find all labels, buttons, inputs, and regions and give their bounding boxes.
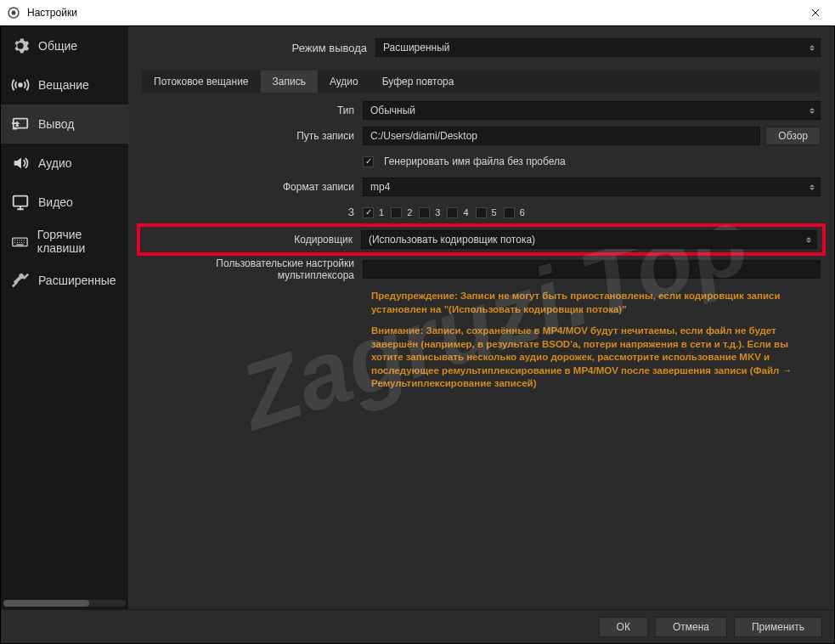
keyboard-icon <box>11 232 29 251</box>
chevron-updown-icon <box>806 41 818 54</box>
sidebar-item-output[interactable]: Вывод <box>1 105 128 144</box>
monitor-icon <box>11 193 30 212</box>
track-1-checkbox[interactable] <box>363 207 374 218</box>
sidebar-item-advanced[interactable]: Расширенные <box>1 261 128 300</box>
sidebar-item-label: Видео <box>38 195 73 209</box>
tools-icon <box>11 271 30 290</box>
close-icon <box>811 8 820 17</box>
tab-replay-buffer[interactable]: Буфер повтора <box>370 71 466 93</box>
sidebar-scrollbar[interactable] <box>3 600 126 607</box>
svg-point-1 <box>12 10 16 14</box>
sidebar-item-label: Вещание <box>38 78 89 92</box>
row-tracks: З 1 2 3 4 5 6 <box>142 201 821 223</box>
sidebar-item-hotkeys[interactable]: Горячие клавиши <box>1 222 128 261</box>
content: Общие Вещание Вывод Аудио <box>1 26 834 609</box>
output-mode-select[interactable]: Расширенный <box>375 38 821 57</box>
app-icon <box>7 6 20 20</box>
apply-button[interactable]: Применить <box>734 617 822 637</box>
sidebar-item-label: Аудио <box>38 156 72 170</box>
tab-streaming[interactable]: Потоковое вещание <box>142 71 261 93</box>
row-encoder: Кодировщик (Использовать кодировщик пото… <box>142 227 821 252</box>
svg-point-2 <box>19 83 22 87</box>
type-label: Тип <box>142 105 363 116</box>
mux-label: Пользовательские настройки мультиплексор… <box>142 257 363 281</box>
chevron-updown-icon <box>806 104 818 117</box>
sidebar-item-stream[interactable]: Вещание <box>1 65 128 105</box>
sidebar-item-audio[interactable]: Аудио <box>1 144 128 183</box>
speaker-icon <box>11 154 30 172</box>
sidebar-item-label: Горячие клавиши <box>37 228 128 255</box>
encoder-highlight: Кодировщик (Использовать кодировщик пото… <box>137 223 826 256</box>
track-4-checkbox[interactable] <box>447 207 458 218</box>
ok-button[interactable]: ОК <box>599 617 648 637</box>
titlebar: Настройки <box>0 0 835 25</box>
type-select[interactable]: Обычный <box>363 101 821 120</box>
tab-recording[interactable]: Запись <box>261 71 318 93</box>
output-icon <box>11 115 30 133</box>
track-3-checkbox[interactable] <box>419 207 430 218</box>
gear-icon <box>11 37 30 55</box>
row-format: Формат записи mp4 <box>142 176 821 198</box>
sidebar-item-label: Вывод <box>38 117 74 131</box>
generate-filename-checkbox[interactable] <box>363 156 374 167</box>
track-6-checkbox[interactable] <box>504 207 515 218</box>
tracks-label: З <box>142 206 363 218</box>
row-mux: Пользовательские настройки мультиплексор… <box>142 257 821 281</box>
cancel-button[interactable]: Отмена <box>655 617 727 637</box>
encoder-label: Кодировщик <box>145 234 361 246</box>
track-5-checkbox[interactable] <box>476 207 487 218</box>
svg-rect-4 <box>14 196 28 206</box>
chevron-updown-icon <box>803 233 815 246</box>
path-input[interactable]: C:/Users/diami/Desktop <box>363 127 760 145</box>
sidebar-item-general[interactable]: Общие <box>1 26 128 65</box>
window-title: Настройки <box>27 7 796 19</box>
sidebar-item-label: Расширенные <box>38 274 116 287</box>
row-path: Путь записи C:/Users/diami/Desktop Обзор <box>142 125 821 147</box>
format-label: Формат записи <box>142 181 363 193</box>
output-mode-label: Режим вывода <box>142 42 375 54</box>
main-panel: Zagruzi.Top Режим вывода Расширенный Пот… <box>128 26 834 609</box>
chevron-updown-icon <box>806 180 818 194</box>
settings-frame: Общие Вещание Вывод Аудио <box>0 25 835 644</box>
watermark: Zagruzi.Top <box>171 77 817 558</box>
sidebar: Общие Вещание Вывод Аудио <box>1 26 128 609</box>
mux-input[interactable] <box>363 260 821 279</box>
encoder-select[interactable]: (Использовать кодировщик потока) <box>361 230 817 249</box>
browse-button[interactable]: Обзор <box>765 127 821 145</box>
window-close-button[interactable] <box>796 0 835 25</box>
row-type: Тип Обычный <box>142 99 821 121</box>
format-select[interactable]: mp4 <box>363 178 821 196</box>
output-mode-row: Режим вывода Расширенный <box>142 37 821 59</box>
broadcast-icon <box>11 76 30 94</box>
row-generate-filename: Генерировать имя файла без пробела <box>142 150 821 172</box>
sidebar-item-label: Общие <box>38 39 77 53</box>
generate-filename-label: Генерировать имя файла без пробела <box>384 155 566 167</box>
path-label: Путь записи <box>142 130 363 142</box>
footer: ОК Отмена Применить <box>1 609 834 643</box>
track-2-checkbox[interactable] <box>391 207 402 218</box>
warning-mp4: Внимание: Записи, сохранённые в MP4/MOV … <box>371 325 821 391</box>
sidebar-item-video[interactable]: Видео <box>1 183 128 222</box>
tab-audio[interactable]: Аудио <box>318 71 370 93</box>
tabs: Потоковое вещание Запись Аудио Буфер пов… <box>142 71 821 93</box>
warning-pause: Предупреждение: Записи не могут быть при… <box>371 290 821 316</box>
